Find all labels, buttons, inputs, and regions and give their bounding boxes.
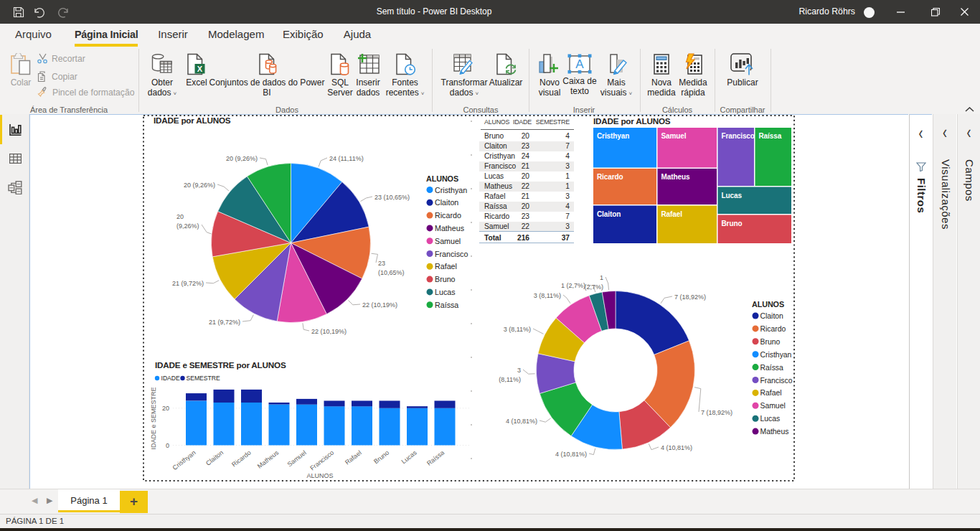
svg-text:A: A xyxy=(575,57,584,71)
svg-text:X: X xyxy=(197,65,203,73)
